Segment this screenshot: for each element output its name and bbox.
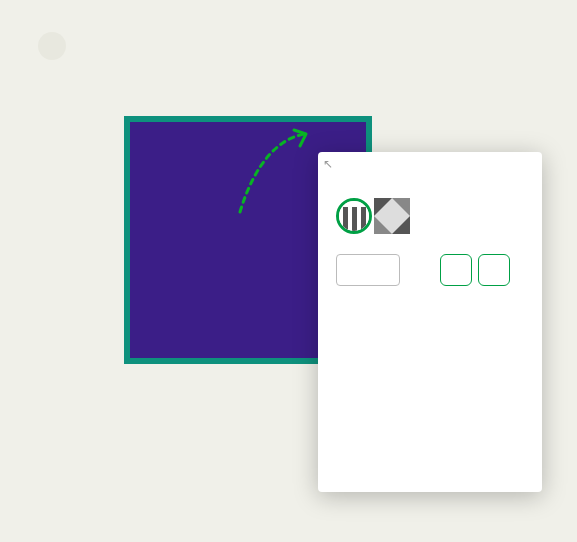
- block-panel: ↖: [318, 152, 542, 492]
- svg-rect-3: [361, 207, 366, 231]
- block-option-stripes[interactable]: [336, 198, 372, 234]
- svg-rect-1: [343, 207, 348, 231]
- rotate-ccw-button[interactable]: [440, 254, 472, 286]
- info-button[interactable]: [38, 32, 66, 60]
- block-option-triangles[interactable]: [374, 198, 410, 234]
- stretch-section: [336, 248, 420, 290]
- rotate-cw-button[interactable]: [478, 254, 510, 286]
- rotate-section: [440, 248, 524, 290]
- bold-label: [90, 60, 120, 80]
- svg-rect-2: [352, 207, 357, 231]
- stretch-input[interactable]: [336, 254, 400, 286]
- resize-handle-icon[interactable]: ↖: [323, 157, 333, 171]
- block-selector: [336, 198, 524, 234]
